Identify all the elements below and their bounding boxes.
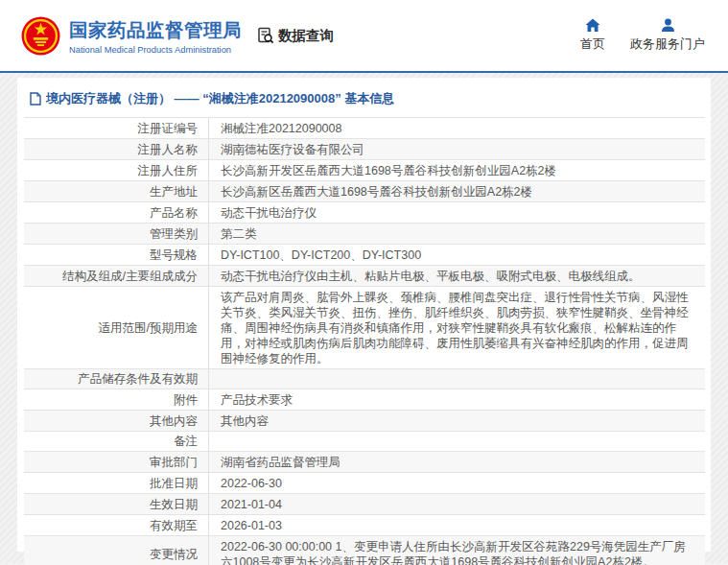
breadcrumb-text: 境内医疗器械（注册） —— “湘械注准20212090008” 基本信息: [46, 90, 394, 107]
row-value: 湘械注准20212090008: [209, 118, 705, 138]
row-value: 2022-06-30: [209, 473, 705, 493]
row-label-text: 变更情况: [150, 548, 198, 562]
table-row: 有效期至 2026-01-03: [24, 515, 705, 536]
nav-portal[interactable]: 政务服务门户: [630, 18, 705, 53]
data-query-label: 数据查询: [278, 27, 334, 45]
row-value: 长沙高新开发区岳麓西大道1698号麓谷科技创新创业园A2栋2楼: [209, 160, 705, 180]
site-subtitle: National Medical Products Administration: [69, 45, 242, 55]
row-label: 产品名称: [24, 202, 209, 223]
site-title: 国家药品监督管理局: [69, 17, 242, 43]
row-label-text: 产品名称: [150, 206, 198, 221]
site-title-block: 国家药品监督管理局 National Medical Products Admi…: [69, 17, 242, 55]
row-label-text: 注册人住所: [138, 164, 199, 178]
row-label-text: 批准日期: [150, 477, 198, 491]
table-row: 审批部门 湖南省药品监督管理局: [24, 452, 705, 473]
table-row: 型号规格 DY-ICT100、DY-ICT200、DY-ICT300: [24, 245, 705, 266]
row-value: 产品技术要求: [209, 389, 705, 410]
nav-home-label: 首页: [580, 35, 605, 53]
row-label: 生效日期: [24, 494, 209, 514]
row-value: 该产品对肩周炎、肱骨外上髁炎、颈椎病、腰椎间盘突出症、退行性骨性关节病、风湿性关…: [209, 287, 705, 368]
nav-home[interactable]: 首页: [580, 18, 605, 53]
row-label: 批准日期: [24, 473, 209, 493]
breadcrumb: 境内医疗器械（注册） —— “湘械注准20212090008” 基本信息: [24, 86, 704, 117]
row-value: [209, 369, 705, 388]
row-value: 2026-01-03: [209, 515, 705, 535]
row-label-text: 其他内容: [150, 414, 198, 429]
row-label-text: 备注: [174, 435, 198, 449]
row-value: 第二类: [209, 224, 705, 244]
row-label: 有效期至: [24, 515, 209, 535]
row-value: 长沙高新区岳麓西大道1698号麓谷科技创新创业园A2栋2楼: [209, 181, 705, 201]
row-label: 结构及组成/主要组成成分: [24, 266, 209, 286]
row-label: 产品储存条件及有效期: [24, 369, 209, 388]
row-value: 动态干扰电治疗仪由主机、粘贴片电极、平板电极、吸附式电极、电极线组成。: [209, 266, 705, 286]
row-value: 2022-06-30 00:00:00 1、变更申请人住所由长沙高新开发区谷苑路…: [209, 536, 705, 565]
row-value: 其他内容: [209, 411, 705, 431]
document-search-icon: [257, 27, 275, 45]
row-label: 注册证编号: [24, 118, 209, 138]
user-icon: [661, 18, 675, 33]
row-label: 生产地址: [24, 181, 209, 201]
home-icon: [585, 18, 600, 33]
header-nav: 首页 政务服务门户: [580, 18, 711, 53]
row-label-text: 生效日期: [150, 498, 198, 512]
row-label-text: 产品储存条件及有效期: [78, 372, 198, 387]
row-value: 2021-01-04: [209, 494, 705, 514]
info-table: 注册证编号 湘械注准20212090008 注册人名称 湖南德祐医疗设备有限公司…: [24, 117, 705, 565]
row-label-text: 管理类别: [150, 227, 198, 242]
row-value: [209, 432, 705, 451]
row-label: 备注: [24, 432, 209, 451]
row-value: DY-ICT100、DY-ICT200、DY-ICT300: [209, 245, 705, 265]
row-label-text: 型号规格: [150, 248, 198, 263]
row-label: 适用范围/预期用途: [24, 287, 209, 368]
content-panel: 境内医疗器械（注册） —— “湘械注准20212090008” 基本信息 注册证…: [17, 78, 711, 552]
row-label: 审批部门: [24, 452, 209, 472]
row-label: 管理类别: [24, 224, 209, 244]
row-label-text: 结构及组成/主要组成成分: [62, 270, 198, 284]
table-row: 批准日期 2022-06-30: [24, 473, 705, 494]
table-row: 注册证编号 湘械注准20212090008: [24, 118, 705, 139]
row-value: 湖南德祐医疗设备有限公司: [209, 139, 705, 159]
row-label-text: 有效期至: [150, 519, 198, 533]
data-query-nav[interactable]: 数据查询: [257, 27, 334, 45]
table-row: 结构及组成/主要组成成分 动态干扰电治疗仪由主机、粘贴片电极、平板电极、吸附式电…: [24, 266, 705, 287]
table-row: 注册人名称 湖南德祐医疗设备有限公司: [24, 139, 705, 160]
table-row: 产品名称 动态干扰电治疗仪: [24, 202, 705, 224]
table-row: 其他内容 其他内容: [24, 411, 705, 432]
site-header: 国家药品监督管理局 National Medical Products Admi…: [0, 0, 728, 73]
table-row: 备注: [24, 432, 705, 452]
document-icon: [30, 92, 41, 106]
table-row: 生产地址 长沙高新区岳麓西大道1698号麓谷科技创新创业园A2栋2楼: [24, 181, 705, 202]
nav-portal-label: 政务服务门户: [630, 35, 705, 53]
row-label: 型号规格: [24, 245, 209, 265]
row-label-text: 审批部门: [150, 456, 198, 470]
table-row: 附件 产品技术要求: [24, 389, 705, 411]
row-label-text: 生产地址: [150, 185, 198, 200]
row-label: 注册人住所: [24, 160, 209, 180]
national-emblem-logo: [21, 16, 60, 56]
row-label: 注册人名称: [24, 139, 209, 159]
row-value: 动态干扰电治疗仪: [209, 202, 705, 223]
row-label-text: 附件: [174, 393, 198, 408]
table-row: 适用范围/预期用途 该产品对肩周炎、肱骨外上髁炎、颈椎病、腰椎间盘突出症、退行性…: [24, 287, 705, 369]
row-label: 附件: [24, 389, 209, 410]
table-row: 产品储存条件及有效期: [24, 369, 705, 389]
table-row: 生效日期 2021-01-04: [24, 494, 705, 515]
row-label: 其他内容: [24, 411, 209, 431]
table-row: 管理类别 第二类: [24, 224, 705, 245]
row-label: 变更情况: [24, 536, 209, 565]
page-background: 境内医疗器械（注册） —— “湘械注准20212090008” 基本信息 注册证…: [0, 73, 728, 563]
table-row: 变更情况 2022-06-30 00:00:00 1、变更申请人住所由长沙高新开…: [24, 536, 705, 565]
table-row: 注册人住所 长沙高新开发区岳麓西大道1698号麓谷科技创新创业园A2栋2楼: [24, 160, 705, 181]
row-label-text: 注册人名称: [138, 143, 199, 157]
row-label-text: 适用范围/预期用途: [99, 321, 198, 336]
row-value: 湖南省药品监督管理局: [209, 452, 705, 472]
row-label-text: 注册证编号: [138, 122, 199, 136]
